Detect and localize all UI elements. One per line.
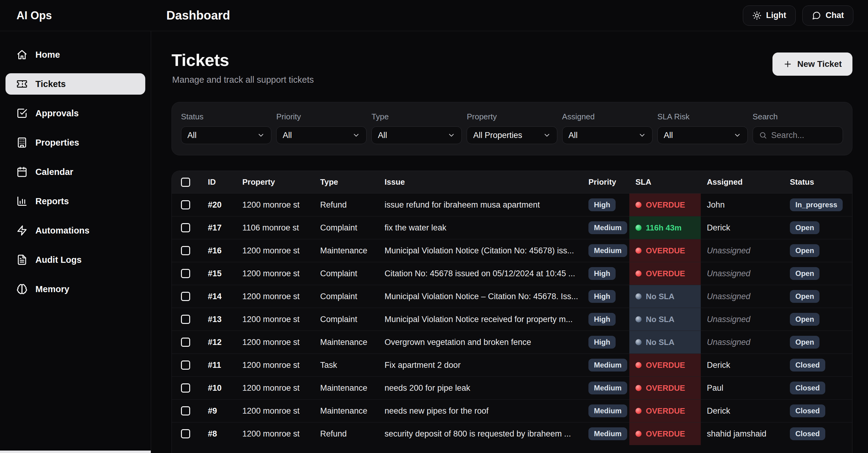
ticket-priority-cell: High bbox=[582, 285, 629, 308]
filter-selected-value: All bbox=[378, 131, 387, 140]
ticket-type: Complaint bbox=[314, 285, 378, 308]
priority-badge: High bbox=[588, 290, 616, 303]
ticket-status-cell: Closed bbox=[784, 422, 852, 445]
priority-badge: Medium bbox=[588, 359, 627, 371]
ticket-property: 1200 monroe st bbox=[236, 400, 314, 422]
top-bar-actions: Light Chat bbox=[743, 5, 854, 26]
assigned-filter-select[interactable]: All bbox=[562, 126, 653, 144]
row-select-cell bbox=[172, 308, 202, 331]
row-checkbox[interactable] bbox=[181, 315, 190, 324]
ticket-row[interactable]: #121200 monroe stMaintenanceOvergrown ve… bbox=[172, 331, 852, 354]
ticket-row[interactable]: #131200 monroe stComplaintMunicipal Viol… bbox=[172, 308, 852, 331]
sidebar-item-reports[interactable]: Reports bbox=[5, 190, 145, 212]
sidebar-item-home[interactable]: Home bbox=[5, 44, 145, 65]
ticket-row[interactable]: #171106 monroe stComplaintfix the water … bbox=[172, 216, 852, 239]
row-checkbox[interactable] bbox=[181, 246, 190, 255]
row-select-cell bbox=[172, 422, 202, 445]
sidebar: HomeTicketsApprovalsPropertiesCalendarRe… bbox=[0, 31, 151, 453]
sidebar-item-tickets[interactable]: Tickets bbox=[5, 73, 145, 95]
ticket-issue: needs 200 for pipe leak bbox=[378, 377, 582, 399]
row-checkbox[interactable] bbox=[181, 429, 190, 439]
ticket-row[interactable]: #81200 monroe stRefundsecurity deposit o… bbox=[172, 422, 852, 445]
filter-selected-value: All Properties bbox=[473, 131, 522, 140]
row-checkbox[interactable] bbox=[181, 361, 190, 370]
filters-bar: StatusAllPriorityAllTypeAllPropertyAll P… bbox=[172, 102, 852, 155]
ticket-row[interactable]: #141200 monroe stComplaintMunicipal Viol… bbox=[172, 285, 852, 308]
row-select-cell bbox=[172, 331, 202, 354]
row-checkbox[interactable] bbox=[181, 384, 190, 393]
filter-group-type: TypeAll bbox=[371, 112, 462, 144]
property-filter-select[interactable]: All Properties bbox=[467, 126, 557, 144]
sla-cell: No SLA bbox=[629, 331, 701, 354]
column-header-id: ID bbox=[202, 171, 236, 193]
search-box bbox=[753, 126, 843, 144]
priority-filter-select[interactable]: All bbox=[276, 126, 367, 144]
ticket-row[interactable]: #91200 monroe stMaintenanceneeds new pip… bbox=[172, 399, 852, 422]
priority-badge: High bbox=[588, 267, 616, 280]
sidebar-scrollbar[interactable] bbox=[0, 451, 151, 453]
ticket-id: #9 bbox=[202, 400, 236, 422]
priority-badge: Medium bbox=[588, 244, 627, 257]
ticket-issue: Municipal Violation Notice received for … bbox=[378, 308, 582, 331]
chat-button[interactable]: Chat bbox=[802, 5, 854, 26]
ticket-property: 1200 monroe st bbox=[236, 422, 314, 445]
ticket-row[interactable]: #201200 monroe stRefundissue refund for … bbox=[172, 193, 852, 216]
search-input[interactable] bbox=[771, 131, 837, 140]
new-ticket-button[interactable]: New Ticket bbox=[772, 53, 852, 76]
row-checkbox[interactable] bbox=[181, 292, 190, 301]
chevron-down-icon bbox=[447, 131, 455, 139]
chevron-down-icon bbox=[257, 131, 265, 139]
chat-bubble-icon bbox=[812, 11, 821, 20]
ticket-id: #17 bbox=[202, 216, 236, 239]
row-checkbox[interactable] bbox=[181, 223, 190, 232]
sidebar-item-label: Calendar bbox=[35, 167, 73, 177]
row-checkbox[interactable] bbox=[181, 406, 190, 416]
sidebar-item-properties[interactable]: Properties bbox=[5, 132, 145, 153]
sidebar-nav: HomeTicketsApprovalsPropertiesCalendarRe… bbox=[0, 44, 151, 300]
ticket-property: 1200 monroe st bbox=[236, 239, 314, 262]
sidebar-item-label: Memory bbox=[35, 284, 69, 294]
page-header-text: Tickets Manage and track all support tic… bbox=[172, 50, 314, 85]
sla-label: OVERDUE bbox=[646, 246, 685, 255]
priority-badge: Medium bbox=[588, 427, 627, 440]
type-filter-select[interactable]: All bbox=[371, 126, 462, 144]
ticket-property: 1200 monroe st bbox=[236, 308, 314, 331]
sidebar-item-automations[interactable]: Automations bbox=[5, 220, 145, 241]
column-header-priority: Priority bbox=[582, 171, 629, 193]
sla-cell: OVERDUE bbox=[629, 400, 701, 422]
ticket-row[interactable]: #161200 monroe stMaintenanceMunicipal Vi… bbox=[172, 239, 852, 262]
row-checkbox[interactable] bbox=[181, 338, 190, 347]
ticket-issue: needs new pipes for the roof bbox=[378, 400, 582, 422]
theme-toggle-button[interactable]: Light bbox=[743, 5, 796, 26]
ticket-row[interactable]: #111200 monroe stTaskFix apartment 2 doo… bbox=[172, 354, 852, 376]
ticket-id: #8 bbox=[202, 422, 236, 445]
ticket-type: Task bbox=[314, 354, 378, 376]
chat-button-label: Chat bbox=[826, 11, 844, 20]
sidebar-item-calendar[interactable]: Calendar bbox=[5, 161, 145, 183]
ticket-row[interactable]: #151200 monroe stComplaintCitation No: 4… bbox=[172, 262, 852, 285]
row-checkbox[interactable] bbox=[181, 269, 190, 278]
row-checkbox[interactable] bbox=[181, 200, 190, 209]
new-ticket-label: New Ticket bbox=[797, 59, 842, 69]
filter-group-priority: PriorityAll bbox=[276, 112, 367, 144]
calendar-icon bbox=[17, 167, 28, 177]
ticket-priority-cell: Medium bbox=[582, 239, 629, 262]
ticket-status-cell: Open bbox=[784, 262, 852, 285]
row-select-cell bbox=[172, 216, 202, 239]
sla-risk-filter-select[interactable]: All bbox=[657, 126, 748, 144]
sidebar-item-audit-logs[interactable]: Audit Logs bbox=[5, 249, 145, 270]
chevron-down-icon bbox=[734, 131, 741, 139]
sla-cell: No SLA bbox=[629, 285, 701, 308]
sidebar-item-approvals[interactable]: Approvals bbox=[5, 102, 145, 124]
sidebar-item-memory[interactable]: Memory bbox=[5, 278, 145, 300]
select-all-checkbox[interactable] bbox=[181, 178, 190, 187]
ticket-row[interactable]: #101200 monroe stMaintenanceneeds 200 fo… bbox=[172, 376, 852, 399]
ticket-priority-cell: High bbox=[582, 262, 629, 285]
priority-badge: High bbox=[588, 199, 616, 211]
ticket-issue: Municipal Violation Notice (Citation No:… bbox=[378, 239, 582, 262]
status-filter-select[interactable]: All bbox=[181, 126, 271, 144]
ticket-status-cell: Closed bbox=[784, 400, 852, 422]
filter-label-search: Search bbox=[753, 112, 843, 121]
status-badge: Open bbox=[790, 313, 819, 326]
sidebar-item-label: Approvals bbox=[35, 109, 79, 118]
